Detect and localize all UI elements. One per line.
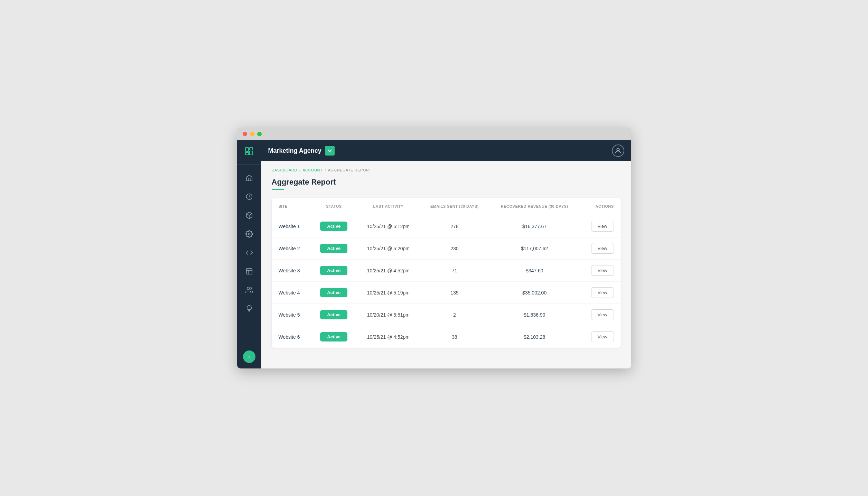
breadcrumb-sep-2: /	[325, 168, 326, 172]
breadcrumb-sep-1: /	[299, 168, 301, 172]
cell-last-activity: 10/25/21 @ 5:20pm	[357, 237, 420, 260]
view-button[interactable]: View	[591, 331, 614, 342]
col-header-emails-sent: EMAILS SENT (30 DAYS)	[420, 198, 489, 215]
aggregate-report-table-card: SITE STATUS LAST ACTIVITY EMAILS SENT (3…	[272, 198, 621, 348]
cell-last-activity: 10/25/21 @ 5:12pm	[357, 215, 420, 237]
table-row: Website 6 Active 10/25/21 @ 4:52pm 38 $2…	[272, 326, 621, 348]
sidebar-item-dashboard[interactable]	[241, 189, 257, 205]
svg-rect-6	[246, 269, 252, 274]
cell-actions: View	[580, 215, 620, 237]
view-button[interactable]: View	[591, 265, 614, 276]
sidebar: ›	[237, 140, 261, 368]
view-button[interactable]: View	[591, 221, 614, 232]
breadcrumb: DASHBOARD / ACCOUNT / AGGREGATE REPORT	[272, 168, 621, 172]
col-header-site: SITE	[272, 198, 311, 215]
cell-actions: View	[580, 304, 620, 326]
cell-site: Website 5	[272, 304, 311, 326]
sidebar-item-reports[interactable]	[241, 263, 257, 279]
cell-last-activity: 10/25/21 @ 4:52pm	[357, 260, 420, 282]
cell-status: Active	[311, 215, 357, 237]
cell-status: Active	[311, 304, 357, 326]
page-title: Aggregate Report	[272, 178, 621, 187]
cell-site: Website 2	[272, 237, 311, 260]
cell-recovered-revenue: $1,836.90	[489, 304, 580, 326]
main-content: Marketing Agency	[261, 140, 631, 368]
svg-rect-0	[245, 148, 249, 151]
cell-site: Website 3	[272, 260, 311, 282]
svg-point-7	[247, 287, 249, 290]
view-button[interactable]: View	[591, 287, 614, 298]
cell-emails-sent: 230	[420, 237, 489, 260]
cell-status: Active	[311, 237, 357, 260]
col-header-status: STATUS	[311, 198, 357, 215]
sidebar-logo	[237, 140, 261, 165]
col-header-last-activity: LAST ACTIVITY	[357, 198, 420, 215]
table-row: Website 3 Active 10/25/21 @ 4:52pm 71 $3…	[272, 260, 621, 282]
cell-recovered-revenue: $2,103.28	[489, 326, 580, 348]
cell-actions: View	[580, 260, 620, 282]
cell-status: Active	[311, 282, 357, 304]
sidebar-item-code[interactable]	[241, 245, 257, 261]
header: Marketing Agency	[261, 140, 631, 161]
breadcrumb-current: AGGREGATE REPORT	[328, 168, 372, 172]
cell-emails-sent: 38	[420, 326, 489, 348]
header-brand: Marketing Agency	[268, 146, 335, 156]
cell-site: Website 6	[272, 326, 311, 348]
sidebar-nav	[237, 165, 261, 345]
cell-actions: View	[580, 282, 620, 304]
maximize-dot[interactable]	[257, 132, 262, 136]
user-avatar-button[interactable]	[612, 144, 624, 157]
sidebar-item-home[interactable]	[241, 170, 257, 186]
svg-rect-1	[245, 152, 249, 155]
close-dot[interactable]	[243, 132, 247, 136]
cell-emails-sent: 2	[420, 304, 489, 326]
status-badge: Active	[320, 288, 347, 297]
app-container: › Marketing Agency	[237, 140, 631, 368]
sidebar-item-users[interactable]	[241, 282, 257, 298]
view-button[interactable]: View	[591, 309, 614, 320]
table-row: Website 1 Active 10/25/21 @ 5:12pm 278 $…	[272, 215, 621, 237]
title-underline	[272, 189, 284, 190]
minimize-dot[interactable]	[250, 132, 254, 136]
sidebar-item-settings[interactable]	[241, 226, 257, 242]
brand-name: Marketing Agency	[268, 147, 321, 155]
breadcrumb-dashboard[interactable]: DASHBOARD	[272, 168, 297, 172]
browser-window: › Marketing Agency	[237, 128, 631, 368]
sidebar-item-products[interactable]	[241, 207, 257, 223]
aggregate-report-table: SITE STATUS LAST ACTIVITY EMAILS SENT (3…	[272, 198, 621, 348]
cell-site: Website 1	[272, 215, 311, 237]
svg-point-8	[617, 148, 619, 151]
table-row: Website 5 Active 10/20/21 @ 5:51pm 2 $1,…	[272, 304, 621, 326]
svg-rect-3	[250, 151, 253, 155]
sidebar-item-ideas[interactable]	[241, 301, 257, 317]
cell-emails-sent: 278	[420, 215, 489, 237]
cell-recovered-revenue: $117,007.62	[489, 237, 580, 260]
cell-actions: View	[580, 237, 620, 260]
table-header-row: SITE STATUS LAST ACTIVITY EMAILS SENT (3…	[272, 198, 621, 215]
status-badge: Active	[320, 222, 347, 231]
cell-recovered-revenue: $35,002.00	[489, 282, 580, 304]
cell-recovered-revenue: $16,377.67	[489, 215, 580, 237]
cell-status: Active	[311, 260, 357, 282]
expand-sidebar-button[interactable]: ›	[243, 350, 255, 363]
logo-icon	[244, 146, 254, 158]
cell-recovered-revenue: $347.60	[489, 260, 580, 282]
table-row: Website 4 Active 10/25/21 @ 5:19pm 135 $…	[272, 282, 621, 304]
status-badge: Active	[320, 310, 347, 319]
breadcrumb-account[interactable]: ACCOUNT	[302, 168, 323, 172]
cell-site: Website 4	[272, 282, 311, 304]
cell-last-activity: 10/25/21 @ 5:19pm	[357, 282, 420, 304]
cell-actions: View	[580, 326, 620, 348]
status-badge: Active	[320, 332, 347, 341]
svg-rect-2	[250, 148, 253, 150]
cell-last-activity: 10/25/21 @ 4:52pm	[357, 326, 420, 348]
view-button[interactable]: View	[591, 243, 614, 254]
svg-point-5	[248, 233, 250, 235]
browser-chrome	[237, 128, 631, 140]
brand-dropdown-button[interactable]	[325, 146, 335, 156]
page-content: DASHBOARD / ACCOUNT / AGGREGATE REPORT A…	[261, 161, 631, 368]
col-header-recovered-revenue: RECOVERED REVENUE (30 DAYS)	[489, 198, 580, 215]
cell-last-activity: 10/20/21 @ 5:51pm	[357, 304, 420, 326]
sidebar-bottom: ›	[243, 345, 255, 368]
col-header-actions: ACTIONS	[580, 198, 620, 215]
